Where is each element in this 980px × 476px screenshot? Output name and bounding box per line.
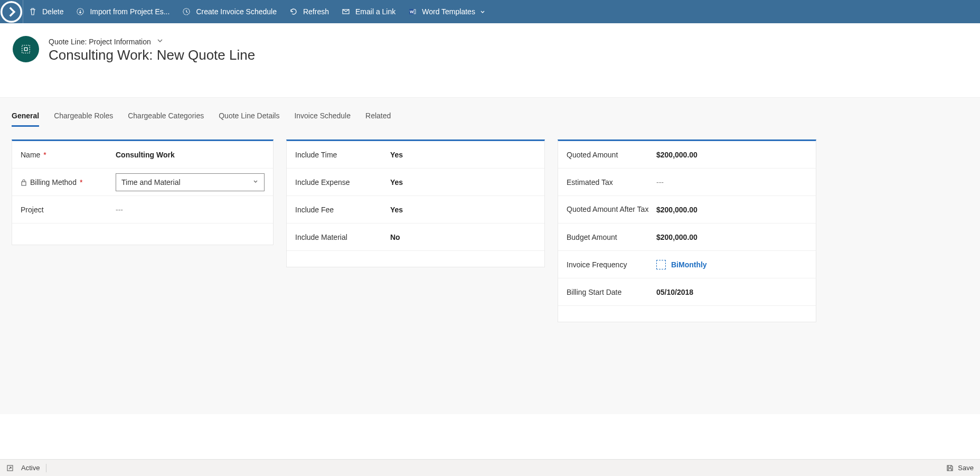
tab-related[interactable]: Related xyxy=(365,108,391,127)
refresh-label: Refresh xyxy=(303,7,329,16)
svg-text:W: W xyxy=(410,10,413,14)
email-link-button[interactable]: Email a Link xyxy=(336,0,403,23)
chevron-down-icon xyxy=(156,37,164,46)
lock-icon xyxy=(21,179,27,186)
card-padding xyxy=(12,223,273,245)
billing-method-select[interactable]: Time and Material xyxy=(116,173,265,191)
popout-icon[interactable] xyxy=(6,464,14,472)
billing-method-row: Billing Method * Time and Material xyxy=(12,169,273,196)
billing-method-value: Time and Material xyxy=(121,178,181,186)
word-templates-button[interactable]: W Word Templates xyxy=(403,0,493,23)
svg-rect-7 xyxy=(22,45,30,53)
include-expense-row: Include Expense Yes xyxy=(287,169,544,196)
refresh-button[interactable]: Refresh xyxy=(284,0,336,23)
include-material-label: Include Material xyxy=(295,233,347,241)
include-material-field[interactable]: No xyxy=(390,233,536,241)
tab-invoice-schedule[interactable]: Invoice Schedule xyxy=(294,108,351,127)
tab-quote-line-details[interactable]: Quote Line Details xyxy=(219,108,279,127)
import-icon xyxy=(76,7,84,16)
invoice-frequency-label: Invoice Frequency xyxy=(567,260,627,269)
estimated-tax-row: Estimated Tax --- xyxy=(558,169,816,196)
include-expense-label: Include Expense xyxy=(295,178,350,186)
form-body: General Chargeable Roles Chargeable Cate… xyxy=(0,97,980,414)
include-expense-field[interactable]: Yes xyxy=(390,178,536,186)
billing-method-label: Billing Method xyxy=(30,178,77,186)
invoice-frequency-row: Invoice Frequency BiMonthly xyxy=(558,251,816,278)
trash-icon xyxy=(29,7,37,16)
estimated-tax-field[interactable]: --- xyxy=(656,178,807,186)
budget-amount-field[interactable]: $200,000.00 xyxy=(656,233,807,241)
entity-badge xyxy=(13,36,39,62)
amounts-card: Quoted Amount $200,000.00 Estimated Tax … xyxy=(558,139,816,322)
card-padding xyxy=(558,306,816,322)
status-bar: Active Save xyxy=(0,459,980,476)
tab-chargeable-categories[interactable]: Chargeable Categories xyxy=(128,108,204,127)
delete-button[interactable]: Delete xyxy=(23,0,71,23)
refresh-icon xyxy=(289,7,298,16)
include-time-row: Include Time Yes xyxy=(287,141,544,169)
billing-start-date-field[interactable]: 05/10/2018 xyxy=(656,288,807,296)
record-status: Active xyxy=(21,464,40,472)
page-header: Quote Line: Project Information Consulti… xyxy=(0,23,980,97)
name-field[interactable]: Consulting Work xyxy=(116,151,265,159)
include-card: Include Time Yes Include Expense Yes Inc… xyxy=(286,139,545,267)
name-row: Name * Consulting Work xyxy=(12,141,273,169)
general-card: Name * Consulting Work Billing Method * … xyxy=(12,139,274,245)
email-label: Email a Link xyxy=(355,7,395,16)
word-label: Word Templates xyxy=(422,7,475,16)
required-marker: * xyxy=(80,178,82,186)
save-icon xyxy=(946,464,954,472)
email-icon xyxy=(342,7,350,16)
include-time-field[interactable]: Yes xyxy=(390,151,536,159)
budget-amount-row: Budget Amount $200,000.00 xyxy=(558,223,816,251)
include-fee-field[interactable]: Yes xyxy=(390,206,536,214)
include-material-row: Include Material No xyxy=(287,223,544,251)
quoted-after-tax-field[interactable]: $200,000.00 xyxy=(656,206,807,214)
tab-chargeable-roles[interactable]: Chargeable Roles xyxy=(54,108,113,127)
delete-label: Delete xyxy=(42,7,63,16)
project-field[interactable]: --- xyxy=(116,206,265,214)
tab-bar: General Chargeable Roles Chargeable Cate… xyxy=(0,108,980,127)
quoted-after-tax-row: Quoted Amount After Tax $200,000.00 xyxy=(558,196,816,223)
name-label: Name xyxy=(21,151,40,159)
project-label: Project xyxy=(21,206,44,214)
quoted-amount-label: Quoted Amount xyxy=(567,151,618,159)
chevron-right-circle-icon xyxy=(0,1,23,23)
svg-rect-6 xyxy=(414,10,416,14)
quote-line-entity-icon xyxy=(20,43,32,55)
budget-amount-label: Budget Amount xyxy=(567,233,617,241)
quoted-after-tax-label: Quoted Amount After Tax xyxy=(567,205,648,214)
svg-rect-9 xyxy=(22,182,26,185)
save-label: Save xyxy=(958,464,974,472)
card-padding xyxy=(287,251,544,267)
import-button[interactable]: Import from Project Es... xyxy=(71,0,177,23)
breadcrumb-text: Quote Line: Project Information xyxy=(49,38,151,46)
expand-command-bar-button[interactable] xyxy=(0,0,23,23)
required-marker: * xyxy=(43,151,46,159)
chevron-down-icon xyxy=(479,8,486,15)
import-label: Import from Project Es... xyxy=(90,7,169,16)
include-fee-label: Include Fee xyxy=(295,206,334,214)
save-button[interactable]: Save xyxy=(946,464,974,472)
page-title: Consulting Work: New Quote Line xyxy=(49,47,255,63)
svg-point-0 xyxy=(2,2,22,22)
schedule-icon xyxy=(182,7,191,16)
billing-start-date-label: Billing Start Date xyxy=(567,288,621,296)
command-bar: Delete Import from Project Es... Create … xyxy=(0,0,980,23)
billing-start-date-row: Billing Start Date 05/10/2018 xyxy=(558,278,816,306)
quoted-amount-field[interactable]: $200,000.00 xyxy=(656,151,807,159)
form-selector[interactable]: Quote Line: Project Information xyxy=(49,37,255,46)
include-time-label: Include Time xyxy=(295,151,337,159)
invoice-frequency-value: BiMonthly xyxy=(671,260,707,269)
tab-general[interactable]: General xyxy=(12,108,39,127)
invoice-frequency-lookup[interactable]: BiMonthly xyxy=(656,260,807,269)
word-icon: W xyxy=(408,7,417,16)
create-invoice-schedule-button[interactable]: Create Invoice Schedule xyxy=(177,0,284,23)
lookup-entity-icon xyxy=(656,260,666,269)
svg-rect-8 xyxy=(24,48,27,51)
quoted-amount-row: Quoted Amount $200,000.00 xyxy=(558,141,816,169)
divider xyxy=(46,464,46,472)
chevron-down-icon xyxy=(252,178,259,186)
estimated-tax-label: Estimated Tax xyxy=(567,178,613,186)
include-fee-row: Include Fee Yes xyxy=(287,196,544,223)
